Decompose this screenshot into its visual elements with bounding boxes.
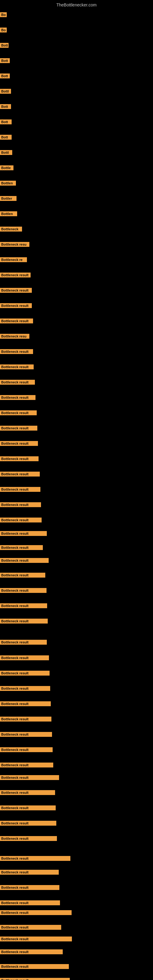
- bottleneck-badge: Bottleneck result: [0, 395, 35, 400]
- badge-item: Bottleneck result: [0, 619, 48, 625]
- badge-item: Bottleneck result: [0, 910, 72, 916]
- badge-item: Bottleneck result: [0, 925, 61, 931]
- bottleneck-badge: Bottleneck result: [0, 686, 50, 691]
- badge-item: Bottleneck result: [0, 603, 47, 609]
- bottleneck-badge: Bott: [0, 135, 12, 140]
- bottleneck-badge: Bottleneck result: [0, 775, 59, 780]
- bottleneck-badge: Bottleneck result: [0, 517, 41, 522]
- badge-item: Bottleneck resu: [0, 334, 29, 340]
- badge-item: Bottleneck result: [0, 640, 47, 646]
- bottleneck-badge: Bottleneck: [0, 227, 22, 232]
- bottleneck-badge: Bottleneck result: [0, 349, 33, 354]
- badge-item: Bottleneck result: [0, 558, 49, 564]
- bottleneck-badge: Bottlen: [0, 211, 17, 216]
- bottleneck-badge: Bottleneck resu: [0, 334, 29, 339]
- bottleneck-badge: Bottleneck result: [0, 717, 51, 722]
- bottleneck-badge: Bottleneck result: [0, 619, 48, 624]
- bottleneck-badge: Bottleneck result: [0, 937, 72, 942]
- badge-item: Bott: [0, 119, 12, 126]
- bottleneck-badge: Bo: [0, 27, 7, 32]
- bottleneck-badge: Bottleneck result: [0, 272, 30, 277]
- bottleneck-badge: Bott: [0, 58, 10, 63]
- badge-item: Bottleneck result: [0, 318, 33, 325]
- badge-item: Bo: [0, 12, 7, 18]
- bottleneck-badge: Bottleneck re: [0, 257, 27, 262]
- bottleneck-badge: Bottleneck result: [0, 456, 38, 461]
- badge-item: Bottleneck result: [0, 732, 52, 738]
- badge-item: Bott: [0, 135, 12, 141]
- bottleneck-badge: Bottleneck result: [0, 805, 56, 810]
- bottleneck-badge: Bottleneck result: [0, 870, 59, 875]
- bottleneck-badge: Bottleneck result: [0, 472, 40, 477]
- badge-item: Bottleneck result: [0, 856, 70, 862]
- badge-item: Bottleneck result: [0, 426, 37, 432]
- badge-item: Bottleneck result: [0, 671, 49, 677]
- bottleneck-badge: Bottleneck result: [0, 964, 69, 969]
- bottleneck-badge: Bottleneck result: [0, 288, 32, 293]
- bottleneck-badge: Bottleneck result: [0, 655, 49, 660]
- badge-item: Bottleneck result: [0, 836, 57, 842]
- bottleneck-badge: Bottleneck result: [0, 885, 59, 890]
- bottleneck-badge: Bottleneck result: [0, 410, 37, 415]
- bottleneck-badge: Bo: [0, 12, 7, 17]
- bottleneck-badge: Bottlen: [0, 181, 16, 186]
- bottleneck-badge: Bottleneck result: [0, 701, 51, 706]
- bottleneck-badge: Bottleneck result: [0, 671, 49, 676]
- bottleneck-badge: Bott: [0, 119, 12, 124]
- bottleneck-badge: Bottleneck result: [0, 900, 60, 905]
- bottleneck-badge: Bottleneck result: [0, 732, 52, 737]
- badge-item: Bottleneck result: [0, 545, 43, 551]
- badge-item: Bott: [0, 43, 9, 49]
- bottleneck-badge: Bottleneck result: [0, 531, 47, 536]
- bottleneck-badge: Bott: [0, 43, 9, 48]
- badge-item: Bottleneck result: [0, 655, 49, 662]
- bottleneck-badge: Bottleneck result: [0, 925, 61, 930]
- badge-item: Bottleneck result: [0, 821, 56, 827]
- bottleneck-badge: Bottl: [0, 150, 12, 155]
- bottleneck-badge: Bottleneck resu: [0, 242, 29, 247]
- badge-item: Bottleneck result: [0, 762, 53, 769]
- bottleneck-badge: Bottleneck result: [0, 762, 53, 767]
- badge-item: Bottleneck result: [0, 441, 38, 447]
- badge-item: Bottleneck result: [0, 978, 70, 980]
- bottleneck-badge: Bottleneck result: [0, 747, 53, 752]
- badge-item: Bottleneck result: [0, 531, 47, 537]
- badge-item: Bottleneck result: [0, 588, 46, 594]
- badge-item: Bottleneck result: [0, 870, 59, 876]
- badge-item: Bottlen: [0, 211, 17, 218]
- badge-item: Bottleneck resu: [0, 242, 29, 248]
- badge-item: Bottleneck result: [0, 456, 38, 463]
- bottleneck-badge: Bottleneck result: [0, 303, 32, 308]
- site-title: TheBottlenecker.com: [0, 0, 153, 9]
- badge-item: Bottleneck result: [0, 573, 45, 579]
- badge-item: Bottleneck result: [0, 747, 53, 753]
- badge-item: Bottleneck result: [0, 686, 50, 692]
- badge-item: Bottleneck result: [0, 701, 51, 708]
- badge-item: Bottleneck result: [0, 950, 63, 956]
- badge-item: Bottl: [0, 150, 12, 156]
- bottleneck-badge: Bottleneck result: [0, 640, 47, 645]
- bottleneck-badge: Bott: [0, 104, 11, 109]
- badge-item: Bottleneck result: [0, 964, 69, 970]
- bottleneck-badge: Bottleneck result: [0, 821, 56, 826]
- badge-item: Bottleneck result: [0, 472, 40, 478]
- bottleneck-badge: Bottleneck result: [0, 380, 35, 385]
- bottleneck-badge: Bottleneck result: [0, 856, 70, 861]
- badge-item: Bott: [0, 73, 10, 80]
- badge-item: Bottleneck result: [0, 272, 30, 279]
- bottleneck-badge: Bottle: [0, 165, 13, 170]
- bottleneck-badge: Bott: [0, 73, 10, 78]
- badge-item: Bottleneck result: [0, 410, 37, 417]
- bottleneck-badge: Bottleneck result: [0, 545, 43, 550]
- badge-item: Bottleneck result: [0, 364, 33, 371]
- bottleneck-badge: Bottleneck result: [0, 910, 72, 915]
- badge-item: Bottleneck result: [0, 395, 35, 401]
- badge-item: Bottlen: [0, 181, 16, 187]
- badge-item: Bottleneck: [0, 227, 22, 233]
- badge-item: Bottle: [0, 165, 13, 172]
- bottleneck-badge: Bottler: [0, 196, 16, 201]
- badge-item: Bottleneck result: [0, 487, 40, 493]
- badge-item: Bottleneck result: [0, 517, 41, 524]
- badge-item: Bottleneck result: [0, 303, 32, 309]
- badge-item: Bottl: [0, 89, 11, 95]
